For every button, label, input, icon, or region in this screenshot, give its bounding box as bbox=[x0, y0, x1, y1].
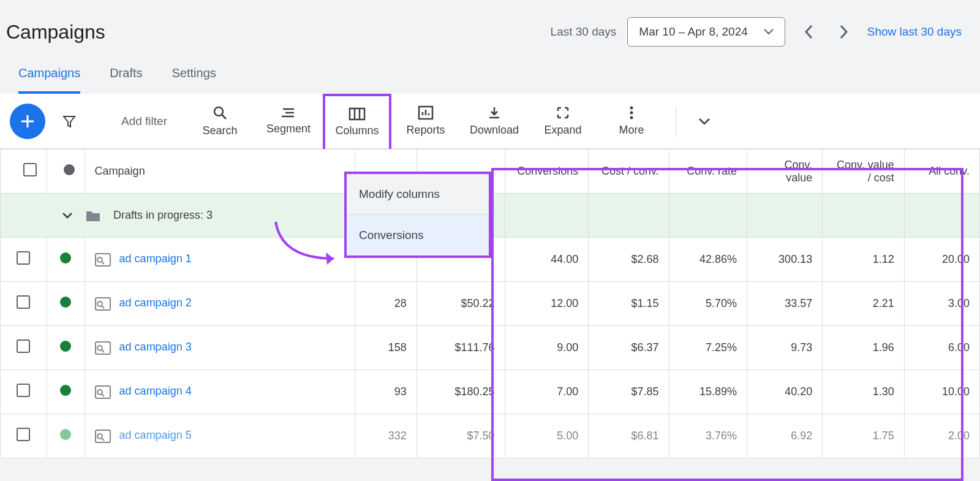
cell-all-conv: 20.00 bbox=[904, 238, 979, 282]
svg-point-13 bbox=[97, 390, 102, 395]
status-dot[interactable] bbox=[60, 385, 71, 396]
folder-icon bbox=[85, 209, 101, 222]
date-range-picker[interactable]: Mar 10 – Apr 8, 2024 bbox=[627, 17, 785, 47]
cell-cost-conv: $7.85 bbox=[589, 370, 669, 414]
add-campaign-button[interactable] bbox=[10, 104, 45, 139]
cell-conversions: 7.00 bbox=[505, 370, 589, 414]
dropdown-caret-icon bbox=[764, 29, 774, 35]
cell-conv-rate: 3.76% bbox=[669, 414, 747, 458]
svg-point-4 bbox=[630, 112, 633, 115]
cell-conv-value-cost: 1.12 bbox=[823, 238, 905, 282]
cell-conv-value: 40.20 bbox=[747, 370, 822, 414]
campaign-link[interactable]: ad campaign 4 bbox=[119, 385, 192, 397]
cell-cost-conv: $6.81 bbox=[589, 414, 669, 458]
campaign-link[interactable]: ad campaign 1 bbox=[119, 252, 192, 265]
dropdown-conversions[interactable]: Conversions bbox=[347, 215, 489, 256]
chevron-down-icon bbox=[62, 212, 73, 219]
cell-conversions: 9.00 bbox=[505, 326, 589, 370]
cell-cost-conv: $2.68 bbox=[589, 238, 669, 282]
campaign-link[interactable]: ad campaign 3 bbox=[119, 341, 192, 353]
cell-n1: 158 bbox=[355, 326, 417, 370]
header-checkbox[interactable] bbox=[1, 150, 47, 194]
row-checkbox[interactable] bbox=[17, 295, 30, 309]
campaign-type-icon bbox=[95, 297, 111, 311]
cell-all-conv: 3.00 bbox=[904, 282, 979, 326]
cell-n2: $180.25 bbox=[417, 370, 505, 414]
filter-icon-button[interactable] bbox=[54, 114, 85, 129]
cell-conv-rate: 42.86% bbox=[669, 238, 747, 282]
expand-button[interactable]: Expand bbox=[529, 94, 597, 149]
campaign-type-icon bbox=[95, 253, 111, 267]
svg-point-9 bbox=[97, 301, 102, 306]
svg-point-15 bbox=[97, 434, 102, 439]
dropdown-modify-columns[interactable]: Modify columns bbox=[347, 174, 489, 215]
svg-point-11 bbox=[97, 346, 102, 350]
campaign-link[interactable]: ad campaign 2 bbox=[119, 297, 192, 309]
divider bbox=[676, 106, 676, 137]
row-checkbox[interactable] bbox=[17, 384, 30, 397]
expand-icon bbox=[556, 105, 570, 120]
show-last-link[interactable]: Show last 30 days bbox=[867, 25, 962, 39]
cell-conversions: 5.00 bbox=[505, 414, 589, 458]
cell-n2: $7.50 bbox=[417, 414, 505, 458]
header-all-conv[interactable]: All conv. bbox=[904, 150, 979, 194]
cell-conv-value: 33.57 bbox=[747, 282, 822, 326]
status-dot[interactable] bbox=[60, 252, 71, 263]
tab-campaigns[interactable]: Campaigns bbox=[18, 66, 80, 94]
header-cost-conv[interactable]: Cost / conv. bbox=[589, 150, 669, 194]
cell-cost-conv: $6.37 bbox=[589, 326, 669, 370]
search-icon bbox=[212, 105, 228, 121]
toolbar-overflow-button[interactable] bbox=[686, 118, 723, 125]
cell-conv-rate: 15.89% bbox=[669, 370, 747, 414]
search-button[interactable]: Search bbox=[186, 94, 254, 149]
more-button[interactable]: More bbox=[597, 94, 666, 149]
cell-all-conv: 10.00 bbox=[904, 370, 979, 414]
segment-button[interactable]: Segment bbox=[254, 94, 323, 149]
columns-button[interactable]: Columns bbox=[323, 94, 391, 149]
status-dot[interactable] bbox=[60, 429, 71, 440]
cell-cost-conv: $1.15 bbox=[589, 282, 669, 326]
row-checkbox[interactable] bbox=[17, 251, 30, 265]
header-conversions[interactable]: Conversions bbox=[505, 150, 589, 194]
status-dot[interactable] bbox=[60, 297, 71, 308]
row-checkbox[interactable] bbox=[17, 339, 30, 353]
table-row: ad campaign 3158$111.769.00$6.377.25%9.7… bbox=[1, 326, 980, 370]
campaign-type-icon bbox=[95, 430, 111, 443]
header-campaign[interactable]: Campaign bbox=[85, 150, 355, 194]
header-status[interactable] bbox=[47, 150, 85, 194]
svg-point-3 bbox=[630, 107, 633, 110]
reports-label: Reports bbox=[406, 124, 445, 137]
download-icon bbox=[487, 105, 502, 120]
reports-button[interactable]: Reports bbox=[391, 94, 460, 149]
cell-conv-value: 300.13 bbox=[747, 238, 822, 282]
next-period-button[interactable] bbox=[832, 20, 856, 44]
cell-all-conv: 2.00 bbox=[904, 414, 979, 458]
tab-settings[interactable]: Settings bbox=[172, 66, 216, 94]
header-conv-value[interactable]: Conv. value bbox=[747, 150, 822, 194]
cell-n1: 28 bbox=[355, 282, 417, 326]
campaign-link[interactable]: ad campaign 5 bbox=[119, 429, 192, 441]
expand-label: Expand bbox=[544, 124, 581, 137]
download-label: Download bbox=[470, 124, 519, 137]
cell-conv-value-cost: 2.21 bbox=[823, 282, 905, 326]
prev-period-button[interactable] bbox=[796, 20, 821, 44]
columns-dropdown: Modify columns Conversions bbox=[344, 172, 491, 258]
cell-n1: 332 bbox=[355, 414, 417, 458]
svg-point-5 bbox=[630, 116, 633, 119]
header-conv-value-cost[interactable]: Conv. value / cost bbox=[823, 150, 905, 194]
drafts-label: Drafts in progress: 3 bbox=[113, 209, 213, 222]
header-conv-rate[interactable]: Conv. rate bbox=[669, 150, 747, 194]
page-title: Campaigns bbox=[6, 21, 105, 44]
cell-n2: $111.76 bbox=[417, 326, 505, 370]
reports-icon bbox=[418, 105, 434, 120]
chevron-down-icon bbox=[698, 118, 710, 125]
cell-conv-rate: 5.70% bbox=[669, 282, 747, 326]
add-filter-button[interactable]: Add filter bbox=[85, 115, 186, 128]
cell-n2: $50.22 bbox=[417, 282, 505, 326]
tab-drafts[interactable]: Drafts bbox=[110, 66, 142, 94]
download-button[interactable]: Download bbox=[460, 94, 529, 149]
campaign-type-icon bbox=[95, 385, 111, 399]
svg-point-7 bbox=[97, 257, 102, 262]
status-dot[interactable] bbox=[60, 341, 71, 352]
row-checkbox[interactable] bbox=[17, 428, 30, 441]
